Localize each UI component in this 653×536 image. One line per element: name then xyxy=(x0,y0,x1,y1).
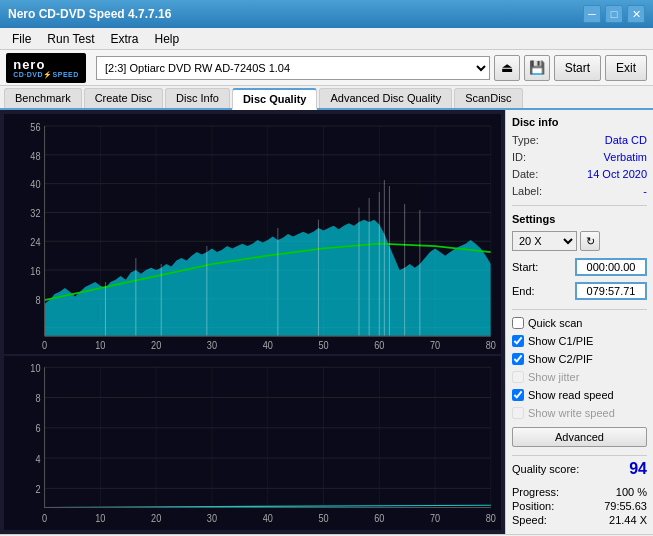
tab-advanced-disc-quality[interactable]: Advanced Disc Quality xyxy=(319,88,452,108)
svg-text:50: 50 xyxy=(318,513,328,525)
toolbar: nero CD·DVD⚡SPEED [2:3] Optiarc DVD RW A… xyxy=(0,50,653,86)
quality-score-row: Quality score: 94 xyxy=(512,455,647,478)
tab-benchmark[interactable]: Benchmark xyxy=(4,88,82,108)
svg-text:40: 40 xyxy=(30,179,41,191)
show-jitter-label: Show jitter xyxy=(528,371,579,383)
show-c2-pif-label: Show C2/PIF xyxy=(528,353,593,365)
svg-text:8: 8 xyxy=(35,393,40,405)
progress-label: Progress: xyxy=(512,486,559,498)
show-read-speed-label: Show read speed xyxy=(528,389,614,401)
minimize-button[interactable]: ─ xyxy=(583,5,601,23)
disc-label-value: - xyxy=(643,185,647,197)
show-c1-pie-row: Show C1/PIE xyxy=(512,335,647,347)
nero-logo: nero CD·DVD⚡SPEED xyxy=(6,53,86,83)
speed-row: Speed: 21.44 X xyxy=(512,514,647,526)
speed-value: 21.44 X xyxy=(609,514,647,526)
start-time-input[interactable]: 000:00.00 xyxy=(575,258,647,276)
svg-text:20: 20 xyxy=(151,340,162,352)
start-button[interactable]: Start xyxy=(554,55,601,81)
start-label: Start: xyxy=(512,261,538,273)
show-write-speed-row: Show write speed xyxy=(512,407,647,419)
quick-scan-checkbox[interactable] xyxy=(512,317,524,329)
menu-help[interactable]: Help xyxy=(147,30,188,48)
settings-title: Settings xyxy=(512,213,647,225)
svg-text:40: 40 xyxy=(263,513,273,525)
show-c1-pie-label: Show C1/PIE xyxy=(528,335,593,347)
tab-disc-info[interactable]: Disc Info xyxy=(165,88,230,108)
svg-text:10: 10 xyxy=(95,340,106,352)
speed-select[interactable]: 20 X Max 4 X 8 X xyxy=(512,231,577,251)
svg-text:80: 80 xyxy=(486,340,497,352)
svg-text:32: 32 xyxy=(30,208,41,220)
tab-disc-quality[interactable]: Disc Quality xyxy=(232,88,318,110)
advanced-button[interactable]: Advanced xyxy=(512,427,647,447)
id-value: Verbatim xyxy=(604,151,647,163)
svg-text:10: 10 xyxy=(30,362,40,374)
menu-file[interactable]: File xyxy=(4,30,39,48)
menu-run-test[interactable]: Run Test xyxy=(39,30,102,48)
tabs: Benchmark Create Disc Disc Info Disc Qua… xyxy=(0,86,653,110)
svg-text:16: 16 xyxy=(30,265,41,277)
tab-create-disc[interactable]: Create Disc xyxy=(84,88,163,108)
close-button[interactable]: ✕ xyxy=(627,5,645,23)
svg-text:24: 24 xyxy=(30,236,41,248)
end-time-input[interactable]: 079:57.71 xyxy=(575,282,647,300)
svg-text:80: 80 xyxy=(486,513,496,525)
drive-select[interactable]: [2:3] Optiarc DVD RW AD-7240S 1.04 xyxy=(96,56,490,80)
show-c1-pie-checkbox[interactable] xyxy=(512,335,524,347)
title-bar: Nero CD-DVD Speed 4.7.7.16 ─ □ ✕ xyxy=(0,0,653,28)
show-read-speed-checkbox[interactable] xyxy=(512,389,524,401)
quick-scan-row: Quick scan xyxy=(512,317,647,329)
quality-score-label: Quality score: xyxy=(512,463,579,475)
position-label: Position: xyxy=(512,500,554,512)
id-label: ID: xyxy=(512,151,526,163)
date-value: 14 Oct 2020 xyxy=(587,168,647,180)
disc-info-title: Disc info xyxy=(512,116,647,128)
type-label: Type: xyxy=(512,134,539,146)
svg-text:40: 40 xyxy=(263,340,274,352)
charts-area: 56 48 40 32 24 16 8 0 10 20 30 40 50 60 … xyxy=(0,110,505,534)
progress-value: 100 % xyxy=(616,486,647,498)
maximize-button[interactable]: □ xyxy=(605,5,623,23)
show-write-speed-label: Show write speed xyxy=(528,407,615,419)
svg-text:10: 10 xyxy=(95,513,105,525)
show-jitter-checkbox xyxy=(512,371,524,383)
menu-bar: File Run Test Extra Help xyxy=(0,28,653,50)
svg-text:0: 0 xyxy=(42,340,47,352)
eject-icon-button[interactable]: ⏏ xyxy=(494,55,520,81)
disc-date-row: Date: 14 Oct 2020 xyxy=(512,168,647,180)
quality-score-value: 94 xyxy=(629,460,647,478)
disc-label-label: Label: xyxy=(512,185,542,197)
svg-text:60: 60 xyxy=(374,340,385,352)
refresh-button[interactable]: ↻ xyxy=(580,231,600,251)
svg-text:56: 56 xyxy=(30,121,41,133)
menu-extra[interactable]: Extra xyxy=(102,30,146,48)
svg-text:2: 2 xyxy=(35,484,40,496)
upper-chart: 56 48 40 32 24 16 8 0 10 20 30 40 50 60 … xyxy=(4,114,501,354)
show-write-speed-checkbox xyxy=(512,407,524,419)
disc-id-row: ID: Verbatim xyxy=(512,151,647,163)
svg-text:60: 60 xyxy=(374,513,384,525)
svg-text:48: 48 xyxy=(30,150,41,162)
speed-settings-row: 20 X Max 4 X 8 X ↻ xyxy=(512,231,647,251)
disc-label-row: Label: - xyxy=(512,185,647,197)
position-value: 79:55.63 xyxy=(604,500,647,512)
main-content: 56 48 40 32 24 16 8 0 10 20 30 40 50 60 … xyxy=(0,110,653,534)
separator-2 xyxy=(512,309,647,310)
svg-text:30: 30 xyxy=(207,340,218,352)
svg-text:4: 4 xyxy=(35,453,41,465)
exit-button[interactable]: Exit xyxy=(605,55,647,81)
show-c2-pif-checkbox[interactable] xyxy=(512,353,524,365)
type-value: Data CD xyxy=(605,134,647,146)
save-icon-button[interactable]: 💾 xyxy=(524,55,550,81)
disc-type-row: Type: Data CD xyxy=(512,134,647,146)
speed-label: Speed: xyxy=(512,514,547,526)
progress-section: Progress: 100 % Position: 79:55.63 Speed… xyxy=(512,486,647,528)
tab-scan-disc[interactable]: ScanDisc xyxy=(454,88,522,108)
title-text: Nero CD-DVD Speed 4.7.7.16 xyxy=(8,7,171,21)
svg-text:70: 70 xyxy=(430,340,441,352)
start-time-row: Start: 000:00.00 xyxy=(512,258,647,276)
position-row: Position: 79:55.63 xyxy=(512,500,647,512)
progress-row: Progress: 100 % xyxy=(512,486,647,498)
end-label: End: xyxy=(512,285,535,297)
